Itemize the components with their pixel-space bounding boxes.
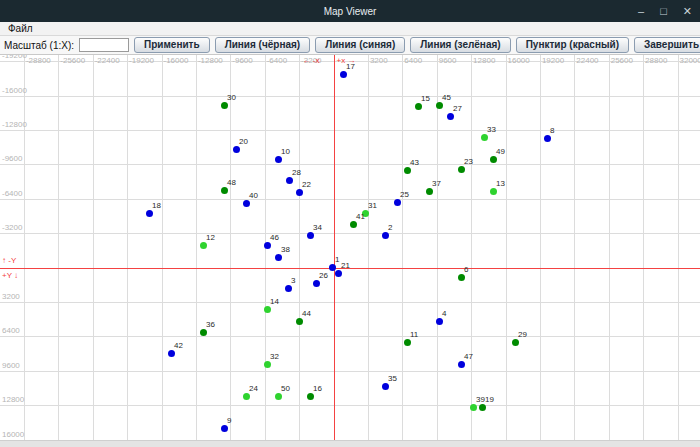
map-point [458,361,465,368]
map-point-label: 8 [550,127,554,135]
map-point [146,210,153,217]
line-blue-button[interactable]: Линия (синяя) [315,37,405,53]
map-point-label: 34 [313,224,322,232]
y-axis-tick-label: -12800 [2,121,27,129]
map-point [285,285,292,292]
x-axis-tick-label: 19200 [542,57,564,65]
vertical-gridline [506,55,507,440]
map-point-label: 13 [496,180,505,188]
menu-item-file[interactable]: Файл [8,23,33,34]
map-point [458,166,465,173]
map-point [426,188,433,195]
x-axis-tick-label: 25600 [611,57,633,65]
map-point-label: 21 [341,262,350,270]
map-point [404,339,411,346]
horizontal-scrollbar[interactable] [0,440,700,447]
map-point [470,404,477,411]
maximize-button[interactable]: □ [660,0,667,22]
map-point [233,146,240,153]
horizontal-gridline [0,199,700,200]
map-point [479,404,486,411]
x-axis-tick-label: -28800 [26,57,51,65]
y-axis-tick-label: -19200 [2,55,27,60]
map-point-label: 43 [410,159,419,167]
vertical-gridline [540,55,541,440]
map-point [512,339,519,346]
map-point [275,156,282,163]
map-point [415,103,422,110]
vertical-gridline [402,55,403,440]
vertical-gridline [127,55,128,440]
map-point [296,318,303,325]
map-point-label: 49 [496,148,505,156]
map-point-label: 9 [227,417,231,425]
map-point-label: 23 [464,158,473,166]
x-axis-tick-label: 22400 [576,57,598,65]
map-point [264,361,271,368]
map-point [307,232,314,239]
close-button[interactable]: ✕ [683,0,692,22]
y-axis-tick-label: -9600 [2,155,22,163]
window-title: Map Viewer [0,6,700,17]
map-point [307,393,314,400]
minimize-button[interactable]: – [638,0,644,22]
map-point [382,383,389,390]
map-point [275,393,282,400]
y-axis-tick-label: 16000 [2,431,24,439]
map-point [275,254,282,261]
map-point-label: 14 [270,298,279,306]
map-point [544,135,551,142]
map-point-label: 28 [292,169,301,177]
map-point-label: 12 [206,234,215,242]
scale-input[interactable] [79,38,129,52]
titlebar: Map Viewer – □ ✕ [0,0,700,22]
map-point-label: 16 [313,385,322,393]
map-point [340,71,347,78]
x-axis-tick-label: 32000 [680,57,700,65]
x-axis-tick-label: -12800 [198,57,223,65]
map-point [296,189,303,196]
apply-button[interactable]: Применить [134,37,210,53]
map-point-label: 18 [152,202,161,210]
y-axis-tick-label: 6400 [2,327,20,335]
map-point-label: 47 [464,353,473,361]
vertical-gridline [368,55,369,440]
map-point-label: 22 [302,181,311,189]
map-point-label: 30 [227,94,236,102]
axis-annotation-x-neg: ← -x [303,57,320,65]
vertical-gridline [58,55,59,440]
map-point-label: 3 [291,277,295,285]
y-axis-tick-label: -16000 [2,87,27,95]
finish-line-button[interactable]: Завершить линию [634,37,700,53]
map-point [313,280,320,287]
map-point [264,242,271,249]
map-point [481,134,488,141]
x-axis-tick-label: -22400 [95,57,120,65]
y-axis-tick-label: 9600 [2,362,20,370]
map-point-label: 17 [346,63,355,71]
map-point-label: 45 [442,94,451,102]
axis-annotation-y-neg: ↑ -Y [2,257,16,265]
line-black-button[interactable]: Линия (чёрная) [215,37,311,53]
horizontal-gridline [0,233,700,234]
map-canvas[interactable]: -28800-25600-22400-19200-16000-12800-960… [0,55,700,440]
toolbar: Масштаб (1:X): Применить Линия (чёрная) … [0,36,700,55]
map-point [329,264,336,271]
menubar: Файл [0,22,700,36]
x-axis-tick-label: 9600 [439,57,457,65]
map-point-label: 42 [174,342,183,350]
map-point [264,306,271,313]
dash-red-button[interactable]: Пунктир (красный) [516,37,629,53]
scale-label: Масштаб (1:X): [4,40,74,51]
map-point [404,167,411,174]
map-point [221,425,228,432]
map-point-label: 36 [206,321,215,329]
map-point [221,187,228,194]
vertical-gridline [230,55,231,440]
line-green-button[interactable]: Линия (зелёная) [410,37,510,53]
x-axis-tick-label: 6400 [404,57,422,65]
map-point-label: 26 [319,272,328,280]
vertical-gridline [609,55,610,440]
map-point-label: 4 [442,310,446,318]
map-point [200,242,207,249]
